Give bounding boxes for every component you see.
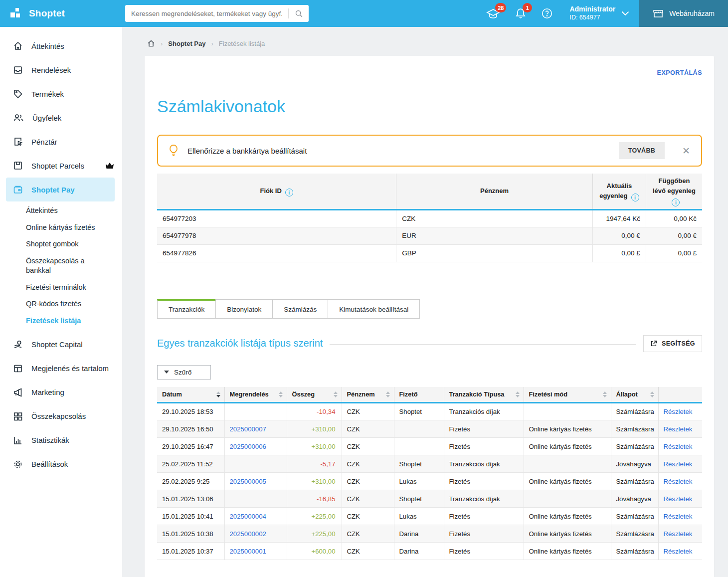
sort-arrows-icon[interactable] bbox=[334, 391, 338, 397]
details-link[interactable]: Részletek bbox=[664, 460, 693, 468]
tx-status-cell: Jóváhagyva bbox=[611, 455, 658, 473]
external-link-icon bbox=[650, 340, 657, 347]
tx-method-cell bbox=[524, 490, 611, 508]
sort-arrows-icon[interactable] bbox=[603, 391, 607, 397]
tx-amount-cell: +225,00 bbox=[287, 508, 342, 525]
transaction-row: 15.01.2025 10:412025000004+225,00CZKLuka… bbox=[157, 508, 702, 525]
submenu-item-osszekapcsolas-a-bankkal[interactable]: Összekapcsolás a bankkal bbox=[0, 253, 100, 279]
tx-details-cell: Részletek bbox=[658, 403, 702, 420]
tx-payer-cell: Shoptet bbox=[394, 455, 444, 473]
details-link[interactable]: Részletek bbox=[664, 425, 693, 433]
details-link[interactable]: Részletek bbox=[664, 530, 693, 538]
sidebar-item-megjelenes-es-tartalom[interactable]: Megjelenés és tartalom bbox=[0, 357, 122, 381]
search-input[interactable] bbox=[125, 10, 288, 17]
sort-arrows-icon[interactable] bbox=[650, 391, 654, 397]
submenu-item-attekintes[interactable]: Áttekintés bbox=[0, 202, 122, 219]
tx-order-cell: 2025000006 bbox=[224, 438, 287, 455]
tx-date-cell: 29.10.2025 16:47 bbox=[157, 438, 224, 455]
tx-currency-cell: CZK bbox=[342, 473, 394, 490]
submenu-item-fizetesek-listaja[interactable]: Fizetések listája bbox=[0, 313, 122, 330]
accounts-header-row: Fiók IDi Pénznem Aktuális egyenlegi Függ… bbox=[157, 174, 702, 209]
info-icon[interactable]: i bbox=[631, 193, 639, 201]
order-link[interactable]: 2025000004 bbox=[230, 513, 266, 520]
account-pending-cell: 0,00 € bbox=[646, 227, 702, 244]
submenu-item-qr-kodos-fizetes[interactable]: QR-kódos fizetés bbox=[0, 296, 122, 313]
tx-payer-cell: Lukas bbox=[394, 508, 444, 525]
admin-id: ID: 654977 bbox=[569, 14, 615, 22]
column-header-label: Megrendelés bbox=[230, 390, 269, 398]
banner-continue-button[interactable]: TOVÁBB bbox=[619, 142, 665, 159]
tab-szamlazas[interactable]: Számlázás bbox=[272, 299, 328, 319]
details-link[interactable]: Részletek bbox=[664, 513, 693, 520]
sidebar-item-attekintes[interactable]: Áttekintés bbox=[0, 34, 122, 58]
details-link[interactable]: Részletek bbox=[664, 408, 693, 415]
sidebar-item-shoptet-capital[interactable]: Shoptet Capital bbox=[0, 333, 122, 357]
order-link[interactable]: 2025000006 bbox=[230, 443, 266, 450]
account-currency-cell: GBP bbox=[396, 244, 592, 262]
tx-method-cell: Online kártyás fizetés bbox=[524, 525, 611, 543]
breadcrumb-home-icon[interactable] bbox=[147, 39, 155, 47]
account-id-cell: 654977826 bbox=[157, 244, 396, 262]
submenu-item-shoptet-gombok[interactable]: Shoptet gombok bbox=[0, 236, 122, 253]
help-button[interactable]: SEGÍTSÉG bbox=[643, 335, 702, 352]
tab-kimutatasok-beallitasai[interactable]: Kimutatások beállításai bbox=[328, 299, 420, 319]
chevron-down-icon bbox=[621, 11, 629, 16]
orders-icon bbox=[13, 65, 23, 75]
transactions-header-row: DátumMegrendelésÖsszegPénznemFizetőTranz… bbox=[157, 387, 702, 403]
details-link[interactable]: Részletek bbox=[664, 495, 693, 503]
column-header: Állapot bbox=[611, 387, 658, 403]
sidebar-item-statisztikak[interactable]: Statisztikák bbox=[0, 428, 122, 452]
tx-date-cell: 15.01.2025 10:38 bbox=[157, 525, 224, 543]
academy-icon[interactable]: 28 bbox=[486, 7, 500, 19]
my-store-button[interactable]: Webáruházam bbox=[639, 0, 728, 27]
sidebar-item-termekek[interactable]: Termékek bbox=[0, 82, 122, 106]
tx-payer-cell: Shoptet bbox=[394, 403, 444, 420]
apps-icon bbox=[13, 411, 23, 421]
order-link[interactable]: 2025000001 bbox=[230, 548, 266, 555]
tx-status-cell: Számlázásra bbox=[611, 420, 658, 438]
submenu-item-fizetesi-terminalok[interactable]: Fizetési terminálok bbox=[0, 279, 122, 296]
content-card: EXPORTÁLÁS Számlakivonatok Ellenőrizze a… bbox=[145, 56, 714, 577]
info-icon[interactable]: i bbox=[672, 198, 680, 206]
breadcrumb-shoptet-pay[interactable]: Shoptet Pay bbox=[168, 40, 205, 47]
sidebar-item-beallitasok[interactable]: Beállítások bbox=[0, 452, 122, 476]
sidebar-item-shoptet-parcels[interactable]: Shoptet Parcels bbox=[0, 154, 122, 178]
megaphone-icon bbox=[13, 387, 23, 397]
transaction-row: 15.01.2025 10:382025000002+225,00CZKDari… bbox=[157, 525, 702, 543]
details-link[interactable]: Részletek bbox=[664, 478, 693, 485]
info-icon[interactable]: i bbox=[285, 189, 293, 196]
notifications-bell-icon[interactable]: 1 bbox=[515, 7, 526, 19]
caret-down-icon bbox=[164, 371, 169, 374]
sort-arrows-icon[interactable] bbox=[279, 391, 283, 397]
admin-account-menu[interactable]: Administrator ID: 654977 bbox=[569, 5, 629, 21]
sidebar-item-penztar[interactable]: Pénztár bbox=[0, 130, 122, 154]
sort-arrows-icon[interactable] bbox=[386, 391, 390, 397]
transaction-row: 15.01.2025 10:372025000001+600,00CZKDari… bbox=[157, 543, 702, 560]
tab-bizonylatok[interactable]: Bizonylatok bbox=[215, 299, 273, 319]
order-link[interactable]: 2025000005 bbox=[230, 478, 266, 485]
shoptet-logo[interactable]: Shoptet bbox=[0, 7, 122, 20]
banner-close-icon[interactable]: ✕ bbox=[680, 145, 692, 157]
submenu-item-online-kartyas-fizetes[interactable]: Online kártyás fizetés bbox=[0, 219, 122, 236]
column-header-label: Pénznem bbox=[347, 390, 375, 398]
sidebar-item-osszekapcsolas[interactable]: Összekapcsolás bbox=[0, 404, 122, 428]
details-link[interactable]: Részletek bbox=[664, 443, 693, 450]
sidebar-item-marketing[interactable]: Marketing bbox=[0, 381, 122, 404]
sort-arrows-icon[interactable] bbox=[516, 391, 520, 397]
breadcrumb-chevron-icon: › bbox=[211, 40, 213, 47]
search-icon[interactable] bbox=[289, 5, 309, 22]
shoptet-logo-icon bbox=[10, 7, 23, 20]
sidebar-item-rendelesek[interactable]: Rendelések bbox=[0, 58, 122, 82]
section-title: Egyes tranzakciók listája típus szerint bbox=[157, 338, 323, 349]
filter-dropdown[interactable]: Szűrő bbox=[157, 365, 211, 380]
order-link[interactable]: 2025000002 bbox=[230, 530, 266, 538]
details-link[interactable]: Részletek bbox=[664, 548, 693, 555]
export-link[interactable]: EXPORTÁLÁS bbox=[657, 69, 702, 76]
tab-tranzakciok[interactable]: Tranzakciók bbox=[157, 299, 216, 319]
order-link[interactable]: 2025000007 bbox=[230, 425, 266, 433]
sidebar-item-shoptet-pay[interactable]: Shoptet Pay bbox=[6, 178, 115, 201]
tx-currency-cell: CZK bbox=[342, 438, 394, 455]
sidebar-item-ugyfelek[interactable]: Ügyfelek bbox=[0, 106, 122, 130]
sort-arrows-icon[interactable] bbox=[216, 391, 220, 397]
help-icon[interactable] bbox=[541, 7, 553, 19]
